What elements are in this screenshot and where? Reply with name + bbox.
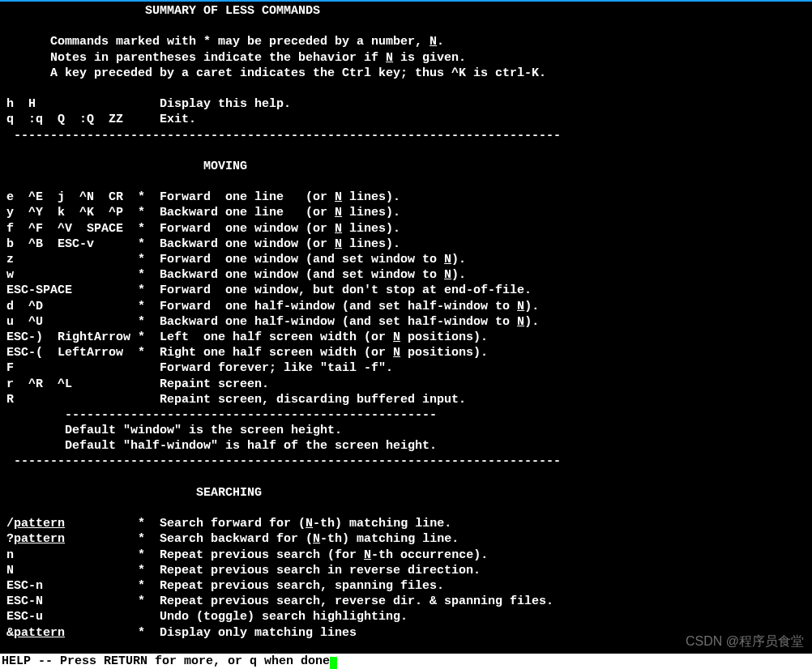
- row: N * Repeat previous search in reverse di…: [6, 564, 481, 577]
- help-content: SUMMARY OF LESS COMMANDS Commands marked…: [6, 3, 812, 641]
- row: w * Backward one window (and set window …: [6, 268, 466, 282]
- row-exit: q :q Q :Q ZZ Exit.: [6, 113, 196, 126]
- status-text: HELP -- Press RETURN for more, or q when…: [2, 654, 330, 668]
- watermark: CSDN @程序员食堂: [686, 633, 804, 650]
- row: b ^B ESC-v * Backward one window (or N l…: [6, 237, 400, 251]
- row: ESC-N * Repeat previous search, reverse …: [6, 594, 553, 608]
- row: F Forward forever; like "tail -f".: [6, 361, 393, 375]
- section-summary: SUMMARY OF LESS COMMANDS Commands marked…: [6, 4, 546, 80]
- row: ESC-( LeftArrow * Right one half screen …: [6, 346, 488, 360]
- row: e ^E j ^N CR * Forward one line (or N li…: [6, 190, 400, 204]
- row: /pattern * Search forward for (N-th) mat…: [6, 517, 451, 531]
- row: R Repaint screen, discarding buffered in…: [6, 393, 466, 407]
- row: ESC-u Undo (toggle) search highlighting.: [6, 610, 408, 624]
- row: r ^R ^L Repaint screen.: [6, 377, 269, 391]
- row: f ^F ^V SPACE * Forward one window (or N…: [6, 222, 400, 236]
- row: ESC-SPACE * Forward one window, but don'…: [6, 283, 532, 297]
- row-help: h H Display this help.: [6, 97, 291, 111]
- row: n * Repeat previous search (for N-th occ…: [6, 548, 488, 562]
- window-top-border: [0, 0, 812, 2]
- terminal-viewport[interactable]: { "header": { "title": "SUMMARY OF LESS …: [0, 0, 812, 669]
- row: ?pattern * Search backward for (N-th) ma…: [6, 532, 459, 546]
- divider: ----------------------------------------…: [6, 454, 561, 468]
- row: &pattern * Display only matching lines: [6, 626, 357, 640]
- row: y ^Y k ^K ^P * Backward one line (or N l…: [6, 206, 400, 219]
- section-searching: SEARCHING: [6, 486, 262, 500]
- row: u ^U * Backward one half-window (and set…: [6, 315, 539, 329]
- row: z * Forward one window (and set window t…: [6, 253, 466, 266]
- row: d ^D * Forward one half-window (and set …: [6, 300, 539, 313]
- row: ESC-) RightArrow * Left one half screen …: [6, 330, 488, 344]
- status-line[interactable]: HELP -- Press RETURN for more, or q when…: [0, 654, 812, 669]
- row: ESC-n * Repeat previous search, spanning…: [6, 579, 444, 593]
- divider: ----------------------------------------…: [6, 129, 561, 143]
- cursor: [330, 657, 337, 669]
- section-moving: MOVING: [6, 160, 247, 173]
